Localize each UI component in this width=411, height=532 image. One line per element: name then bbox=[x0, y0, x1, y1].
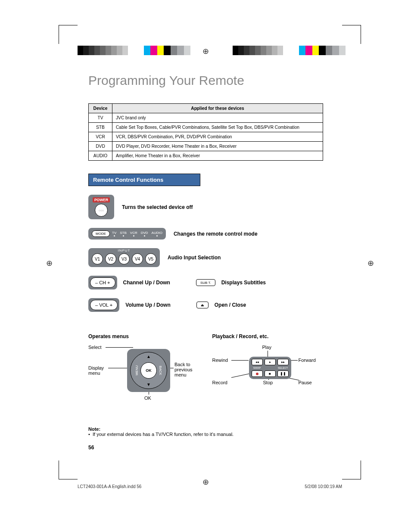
color-swatch bbox=[128, 46, 134, 55]
color-swatch bbox=[164, 46, 171, 55]
device-cell: VCR bbox=[89, 132, 112, 142]
record-icon bbox=[252, 370, 263, 377]
input-label: INPUT bbox=[118, 249, 131, 252]
color-swatch bbox=[78, 46, 83, 55]
table-header-applied: Applied for these devices bbox=[112, 104, 323, 113]
section-header: Remote Control Functions bbox=[88, 174, 200, 186]
input-v-button: V4 bbox=[132, 253, 143, 264]
rewind-icon: ◂◂ bbox=[252, 359, 263, 365]
callout-record: Record bbox=[212, 380, 227, 385]
subtitle-button-graphic: SUB T. bbox=[196, 279, 215, 286]
device-cell: STB bbox=[89, 123, 112, 132]
colorbar-dark bbox=[233, 46, 289, 55]
color-swatch bbox=[312, 46, 319, 55]
color-swatch bbox=[100, 46, 106, 55]
mode-item: TV bbox=[112, 231, 116, 236]
power-button-graphic: POWER ○○○ bbox=[88, 195, 114, 219]
color-swatch bbox=[150, 46, 157, 55]
color-swatch bbox=[339, 46, 346, 55]
color-swatch bbox=[117, 46, 122, 55]
volume-description: Volume Up / Down bbox=[125, 302, 170, 308]
callout-pause: Pause bbox=[299, 380, 312, 385]
desc-cell: JVC brand only bbox=[112, 113, 323, 123]
arrow-down-icon: ▼ bbox=[146, 382, 151, 387]
device-table: Device Applied for these devices TVJVC b… bbox=[88, 103, 323, 161]
desc-cell: Cable Set Top Boxes, Cable/PVR Combinati… bbox=[112, 123, 323, 132]
color-swatch bbox=[332, 46, 339, 55]
callout-display-menu: Display menu bbox=[88, 365, 110, 376]
footer-filename: LCT2403-001A-A English.indd 56 bbox=[78, 484, 141, 489]
mode-selector-graphic: MODE TVSTBVCRDVDAUDIO bbox=[88, 228, 166, 240]
channel-pill: – CH + bbox=[90, 277, 115, 288]
table-row: VCRVCR, DBS/PVR Combination, PVR, DVD/PV… bbox=[89, 132, 323, 142]
play-icon: ▸ bbox=[265, 359, 276, 365]
color-swatch bbox=[94, 46, 100, 55]
table-row: TVJVC brand only bbox=[89, 113, 323, 123]
power-description: Turns the selected device off bbox=[122, 204, 193, 210]
eject-description: Open / Close bbox=[215, 302, 246, 308]
dpad-diagram: Select Display menu Back to previous men… bbox=[88, 345, 199, 409]
color-swatch bbox=[144, 46, 151, 55]
color-swatch bbox=[89, 46, 94, 55]
registration-mark-icon: ⊕ bbox=[201, 47, 210, 56]
device-cell: TV bbox=[89, 113, 112, 123]
callout-rewind: Rewind bbox=[212, 358, 228, 363]
color-swatch bbox=[83, 46, 89, 55]
note-label: Note: bbox=[88, 426, 323, 432]
page-title: Programming Your Remote bbox=[88, 73, 323, 88]
eject-button-graphic: ⏏ bbox=[196, 302, 209, 308]
input-selector-graphic: INPUT V1V2V3V4V5 bbox=[88, 248, 160, 267]
select-label: SELECT bbox=[277, 367, 289, 369]
menu-label: MENU bbox=[135, 365, 139, 376]
device-cell: AUDIO bbox=[89, 151, 112, 161]
color-swatch bbox=[157, 46, 164, 55]
color-swatch bbox=[111, 46, 117, 55]
color-swatch bbox=[122, 46, 128, 55]
table-row: AUDIOAmplifier, Home Theater in a Box, R… bbox=[89, 151, 323, 161]
color-swatch bbox=[277, 46, 283, 55]
color-swatch bbox=[249, 46, 255, 55]
colorbar-dark bbox=[78, 46, 134, 55]
table-row: STBCable Set Top Boxes, Cable/PVR Combin… bbox=[89, 123, 323, 132]
callout-forward: Forward bbox=[299, 358, 316, 363]
pause-icon: ❚❚ bbox=[277, 370, 289, 377]
page-number: 56 bbox=[88, 445, 323, 451]
color-swatch bbox=[238, 46, 244, 55]
registration-mark-icon: ⊕ bbox=[44, 258, 54, 268]
color-swatch bbox=[272, 46, 277, 55]
forward-icon: ▸▸ bbox=[277, 359, 289, 365]
back-label: BACK bbox=[159, 366, 163, 375]
playback-title: Playback / Record, etc. bbox=[212, 333, 324, 339]
playback-diagram: Play Rewind Forward Record Stop Pause ◂◂… bbox=[212, 345, 324, 409]
color-swatch bbox=[283, 46, 289, 55]
color-swatch bbox=[266, 46, 272, 55]
channel-button-graphic: – CH + bbox=[88, 276, 117, 289]
power-label: POWER bbox=[93, 197, 110, 202]
callout-back: Back to previous menu bbox=[174, 362, 200, 377]
volume-pill: – VOL + bbox=[90, 300, 118, 310]
crop-mark bbox=[342, 460, 361, 479]
crop-mark bbox=[59, 25, 78, 44]
subtitle-description: Displays Subtitles bbox=[221, 280, 266, 286]
color-swatch bbox=[326, 46, 333, 55]
colorbar-cmyk bbox=[137, 46, 190, 55]
ok-button-graphic: OK bbox=[140, 362, 157, 379]
color-swatch bbox=[299, 46, 306, 55]
color-swatch bbox=[137, 46, 144, 55]
callout-stop: Stop bbox=[263, 380, 273, 385]
footer-timestamp: 5/2/08 10:00:19 AM bbox=[305, 484, 342, 489]
color-swatch bbox=[106, 46, 111, 55]
note-text: • If your external devices has a TV/VCR … bbox=[88, 432, 323, 437]
swap-label: SWAP bbox=[252, 367, 263, 369]
color-swatch bbox=[233, 46, 238, 55]
callout-play: Play bbox=[262, 345, 271, 350]
crop-mark bbox=[342, 25, 361, 44]
input-v-button: V5 bbox=[145, 253, 156, 264]
mode-description: Changes the remote control mode bbox=[174, 231, 258, 237]
crop-mark bbox=[59, 460, 78, 479]
registration-mark-icon: ⊕ bbox=[366, 258, 375, 268]
mode-button: MODE bbox=[92, 230, 110, 237]
arrow-up-icon: ▲ bbox=[146, 354, 151, 359]
table-row: DVDDVD Player, DVD Recorder, Home Theate… bbox=[89, 142, 323, 151]
table-header-device: Device bbox=[89, 104, 112, 113]
